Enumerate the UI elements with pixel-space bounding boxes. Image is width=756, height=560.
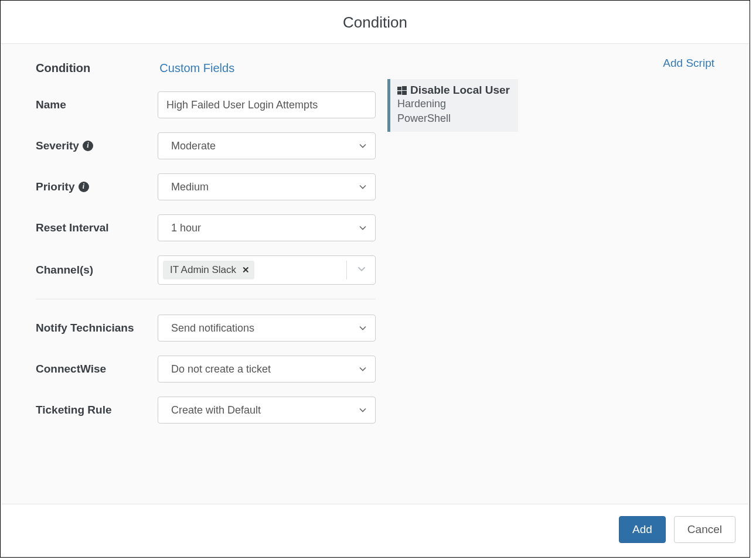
svg-rect-1 [402,86,407,90]
multiselect-divider [346,261,347,279]
cancel-button[interactable]: Cancel [674,516,735,543]
modal-title: Condition [1,13,750,32]
modal-header: Condition [1,1,750,44]
severity-select[interactable]: Moderate [158,132,376,159]
add-button[interactable]: Add [619,516,666,543]
chevron-down-icon[interactable] [356,264,367,276]
label-connectwise: ConnectWise [36,362,158,377]
row-reset-interval: Reset Interval 1 hour [36,214,376,241]
row-ticketing-rule: Ticketing Rule Create with Default [36,397,376,424]
label-notify-technicians: Notify Technicians [36,321,158,336]
script-title-row: Disable Local User [397,84,510,97]
label-priority-text: Priority [36,180,75,194]
channel-chip: IT Admin Slack ✕ [163,261,254,279]
priority-value: Medium [171,181,209,193]
add-script-link[interactable]: Add Script [663,57,714,70]
script-category: Hardening [397,97,510,111]
row-priority: Priority i Medium [36,173,376,200]
priority-select[interactable]: Medium [158,173,376,200]
notify-technicians-select[interactable]: Send notifications [158,315,376,342]
row-severity: Severity i Moderate [36,132,376,159]
reset-interval-select[interactable]: 1 hour [158,214,376,241]
chip-remove-icon[interactable]: ✕ [242,265,250,275]
windows-icon [397,86,407,95]
tab-custom-fields[interactable]: Custom Fields [159,62,234,75]
label-severity: Severity i [36,139,158,153]
row-notify-technicians: Notify Technicians Send notifications [36,315,376,342]
svg-rect-0 [397,87,401,90]
script-title: Disable Local User [410,84,510,97]
tabs: Condition Custom Fields [36,62,376,75]
reset-interval-value: 1 hour [171,222,201,234]
section-divider [36,299,376,299]
svg-rect-2 [397,91,401,95]
channels-multiselect[interactable]: IT Admin Slack ✕ [158,255,376,285]
ticketing-rule-value: Create with Default [171,404,261,416]
info-icon[interactable]: i [79,182,89,192]
label-reset-interval: Reset Interval [36,221,158,235]
condition-modal: Condition Condition Custom Fields Name S… [0,0,750,558]
tab-condition[interactable]: Condition [36,62,90,75]
script-language: PowerShell [397,111,510,126]
severity-value: Moderate [171,140,216,152]
notify-technicians-value: Send notifications [171,322,254,334]
script-card[interactable]: Disable Local User Hardening PowerShell [387,79,518,132]
row-channels: Channel(s) IT Admin Slack ✕ [36,255,376,285]
row-connectwise: ConnectWise Do not create a ticket [36,356,376,383]
label-severity-text: Severity [36,139,79,153]
ticketing-rule-select[interactable]: Create with Default [158,397,376,424]
label-channels: Channel(s) [36,263,158,278]
modal-body: Condition Custom Fields Name Severity i … [1,44,750,504]
modal-footer: Add Cancel [1,504,750,557]
channel-chip-label: IT Admin Slack [170,264,236,276]
row-name: Name [36,91,376,118]
label-ticketing-rule: Ticketing Rule [36,403,158,418]
form-column: Condition Custom Fields Name Severity i … [36,62,376,492]
side-column: Add Script Disable Local User Hardening [376,62,714,492]
label-priority: Priority i [36,180,158,194]
connectwise-value: Do not create a ticket [171,363,271,375]
connectwise-select[interactable]: Do not create a ticket [158,356,376,383]
name-input[interactable] [158,91,376,118]
svg-rect-3 [402,91,407,95]
info-icon[interactable]: i [83,141,93,151]
label-name: Name [36,98,158,112]
